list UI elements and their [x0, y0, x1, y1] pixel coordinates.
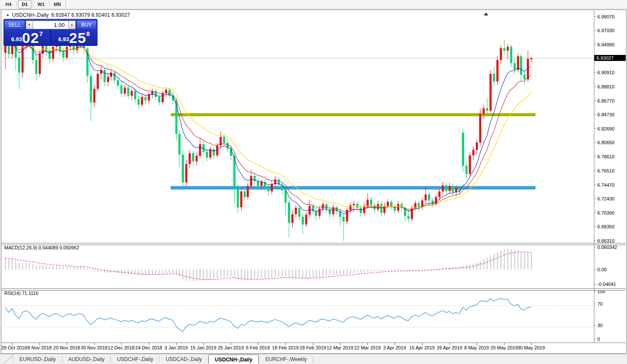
price-axis-label[interactable]: 6.78610 [597, 154, 615, 159]
rsi-line [5, 299, 531, 332]
pane-separator-rsi[interactable] [1, 288, 626, 291]
tab-bar-corner [0, 354, 13, 364]
volume-increase-icon[interactable]: ▲ [68, 21, 76, 29]
price-axis-label[interactable]: 6.80650 [597, 140, 615, 145]
moving-average-21 [5, 43, 531, 209]
price-axis-label[interactable]: 6.66310 [597, 238, 615, 243]
price-axis-label[interactable]: 6.90910 [597, 70, 615, 75]
date-axis-border [1, 343, 626, 343]
current-price-tag: 6.93027 [594, 55, 626, 61]
timeframe-toolbar: H4D1W1MN [0, 0, 627, 9]
price-axis-label[interactable]: 6.84730 [597, 112, 615, 117]
toolbar-separator [33, 1, 33, 7]
sell-price-big: 02 [22, 31, 39, 44]
chart-tab-eurusd-daily[interactable]: EURUSD-,Daily [13, 354, 62, 364]
chart-shift-marker-icon[interactable] [484, 12, 488, 15]
macd-axis-label[interactable]: 0.060342 [597, 245, 617, 250]
price-axis-label[interactable]: 6.99070 [597, 14, 615, 19]
candlestick-series [4, 29, 532, 241]
date-axis-label[interactable]: 12 Mar 2019 [327, 345, 353, 350]
sell-button[interactable]: SELL [4, 20, 25, 30]
price-axis-label[interactable]: 6.88810 [597, 84, 615, 89]
trading-platform-window: H4D1W1MN 6.990706.970306.949906.909106.8… [0, 0, 627, 364]
date-axis-label[interactable]: 20 Nov 2018 [53, 345, 80, 350]
price-axis-label[interactable]: 6.74470 [597, 182, 615, 188]
macd-axis-label[interactable]: 0.00 [597, 267, 606, 272]
date-axis-label[interactable]: 24 Dec 2018 [135, 345, 162, 350]
buy-button[interactable]: BUY [76, 20, 97, 30]
date-axis-label[interactable]: 28 Feb 2019 [300, 345, 326, 350]
toolbar-separator [16, 1, 17, 7]
chart-tab-usdcad-daily[interactable]: USDCAD-,Daily [159, 354, 208, 364]
date-axis-label[interactable]: 6 Feb 2019 [246, 345, 270, 350]
date-axis-label[interactable]: 12 Dec 2018 [108, 345, 135, 350]
date-axis-label[interactable]: 8 Nov 2018 [28, 345, 52, 350]
price-axis-label[interactable]: 6.97030 [597, 28, 615, 33]
chart-title-row: ▲ USDCNH-,Daily 6.92847 6.93079 6.92401 … [6, 12, 130, 18]
toolbar-group-separator [66, 0, 67, 8]
price-axis-label[interactable]: 6.76510 [597, 168, 615, 173]
chart-tab-bar: EURUSD-,DailyAUDUSD-,DailyUSDCHF-,DailyU… [0, 354, 627, 364]
rsi-axis-label[interactable]: 30 [597, 323, 603, 328]
date-axis-label[interactable]: 22 Mar 2019 [354, 345, 381, 350]
one-click-trade-panel: SELL ▼ ▲ BUY 6.93 02 7 6.93 25 8 [3, 19, 98, 46]
date-axis-label[interactable]: 20 May 2019 [490, 345, 518, 350]
timeframe-button-w1[interactable]: W1 [34, 0, 48, 9]
rsi-indicator-label: RSI(14) 71.1116 [4, 291, 38, 296]
toolbar-separator [49, 1, 49, 7]
date-axis-label[interactable]: 30 Nov 2018 [81, 345, 107, 350]
sell-price-sup: 7 [39, 30, 43, 37]
buy-price-sup: 8 [86, 30, 90, 37]
date-axis-label[interactable]: 15 Apr 2019 [409, 345, 434, 350]
date-axis-label[interactable]: 29 Oct 2018 [1, 345, 27, 350]
buy-price-small: 6.93 [58, 36, 69, 42]
date-axis-label[interactable]: 26 Apr 2019 [437, 345, 462, 350]
price-axis-label[interactable]: 6.72430 [597, 196, 615, 201]
macd-indicator-label: MACD(12,26,9) 0.044089 0.050962 [4, 245, 79, 250]
rsi-axis-label[interactable]: 0 [597, 337, 600, 342]
date-axis-label[interactable]: 18 Feb 2019 [272, 345, 299, 350]
chart-ohlc-values: 6.92847 6.93079 6.92401 6.93027 [51, 12, 130, 18]
date-axis-label[interactable]: 25 Jan 2019 [218, 345, 244, 350]
tab-separator [313, 356, 313, 362]
volume-input[interactable] [33, 21, 68, 29]
price-axis-label[interactable]: 6.68350 [597, 224, 615, 229]
rsi-axis-label[interactable]: 70 [597, 301, 603, 306]
timeframe-button-mn[interactable]: MN [51, 0, 64, 9]
date-axis-label[interactable]: 15 Jan 2019 [190, 345, 217, 350]
buy-price-display[interactable]: 6.93 25 8 [52, 30, 97, 45]
chart-symbol-title: USDCNH-,Daily [12, 12, 49, 18]
date-axis-label[interactable]: 3 Apr 2019 [383, 345, 406, 350]
price-axis-label[interactable]: 6.94990 [597, 42, 615, 47]
timeframe-button-h4[interactable]: H4 [2, 0, 15, 9]
chart-tab-eurchf-weekly[interactable]: EURCHF-,Weekly [259, 354, 312, 364]
sell-price-small: 6.93 [11, 36, 22, 42]
price-divider [50, 30, 51, 45]
collapse-panel-icon[interactable]: ▲ [6, 13, 9, 17]
chart-tab-usdcnh-daily[interactable]: USDCNH-,Daily [208, 355, 259, 364]
date-axis-label[interactable]: 30 May 2019 [517, 345, 545, 350]
buy-price-big: 25 [69, 31, 86, 44]
chart-tab-usdchf-daily[interactable]: USDCHF-,Daily [111, 354, 159, 364]
chart-canvas[interactable]: 6.990706.970306.949906.909106.888106.867… [0, 0, 627, 364]
price-axis-label[interactable]: 6.82690 [597, 126, 615, 131]
date-axis-label[interactable]: 8 May 2019 [464, 345, 489, 350]
macd-axis-label[interactable]: -0.04041 [597, 282, 616, 287]
sell-price-display[interactable]: 6.93 02 7 [4, 30, 50, 45]
chart-tab-audusd-daily[interactable]: AUDUSD-,Daily [62, 354, 111, 364]
timeframe-button-d1[interactable]: D1 [18, 0, 31, 9]
volume-decrease-icon[interactable]: ▼ [26, 21, 33, 29]
date-axis-label[interactable]: 3 Jan 2019 [165, 345, 188, 350]
price-axis-label[interactable]: 6.70390 [597, 210, 615, 215]
pane-separator-macd[interactable] [1, 243, 626, 245]
price-axis-label[interactable]: 6.86770 [597, 98, 615, 103]
